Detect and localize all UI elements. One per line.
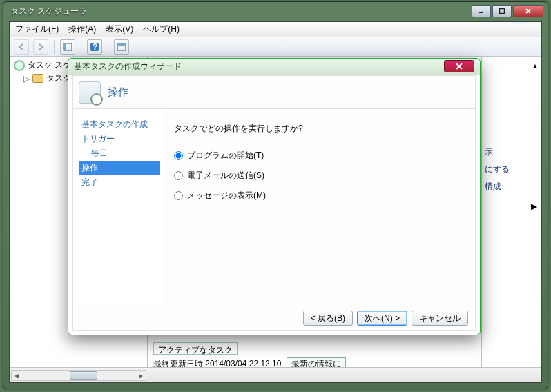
cancel-button[interactable]: キャンセル (412, 311, 468, 326)
action-link-enable[interactable]: にする (483, 161, 540, 178)
collapse-icon[interactable]: ▴ (533, 61, 537, 70)
step-basic[interactable]: 基本タスクの作成 (79, 117, 160, 132)
menu-file[interactable]: ファイル(F) (15, 23, 59, 35)
scroll-thumb[interactable] (70, 371, 97, 380)
maximize-button[interactable] (492, 5, 512, 17)
actions-pane: ▴ 示 にする 構成 ▶ (482, 57, 541, 367)
dialog-heading: 操作 (108, 86, 128, 99)
wizard-icon (79, 81, 101, 104)
window-buttons (472, 5, 548, 17)
wizard-question: タスクでどの操作を実行しますか? (174, 123, 464, 135)
folder-icon (32, 74, 44, 83)
action-link-show[interactable]: 示 (483, 144, 540, 161)
center-footer: アクティブなタスク 最終更新日時 2014/03/04 22:12:10 最新の… (153, 342, 476, 363)
dialog-header: 操作 (73, 76, 475, 109)
scroll-left-icon[interactable]: ◂ (12, 371, 21, 380)
step-finish[interactable]: 完了 (79, 175, 160, 190)
svg-rect-9 (117, 43, 126, 46)
radio-show-message[interactable]: メッセージの表示(M) (174, 190, 464, 202)
step-action[interactable]: 操作 (79, 161, 160, 175)
dialog-close-button[interactable] (444, 60, 474, 72)
menu-view[interactable]: 表示(V) (106, 23, 133, 35)
back-button[interactable] (14, 39, 29, 55)
step-trigger-daily[interactable]: 毎日 (79, 146, 160, 161)
wizard-main: タスクでどの操作を実行しますか? プログラムの開始(T) 電子メールの送信(S)… (163, 109, 475, 305)
close-button[interactable] (513, 5, 543, 17)
back-button[interactable]: < 戻る(B) (303, 311, 353, 326)
chevron-right-icon[interactable]: ▶ (531, 202, 537, 211)
forward-button[interactable] (33, 39, 48, 55)
wizard-steps: 基本タスクの作成 トリガー 毎日 操作 完了 (73, 109, 163, 305)
dialog-client: 操作 基本タスクの作成 トリガー 毎日 操作 完了 タスクでどの操作を実行します… (72, 75, 476, 331)
next-button[interactable]: 次へ(N) > (357, 311, 407, 326)
radio-start-program[interactable]: プログラムの開始(T) (174, 150, 464, 161)
svg-text:?: ? (93, 42, 97, 52)
clock-icon (14, 60, 25, 71)
radio-show-message-input[interactable] (174, 191, 183, 200)
titlebar[interactable]: タスク スケジューラ (3, 2, 548, 20)
menubar: ファイル(F) 操作(A) 表示(V) ヘルプ(H) (10, 22, 541, 37)
action-link-config[interactable]: 構成 (483, 178, 540, 195)
radio-start-program-input[interactable] (174, 151, 183, 160)
tree-root-label: タスク スケ (28, 59, 71, 71)
scroll-right-icon[interactable]: ▸ (136, 371, 146, 380)
svg-rect-5 (64, 43, 66, 50)
svg-rect-1 (500, 9, 505, 14)
horizontal-scrollbar[interactable]: ◂ ▸ (11, 370, 146, 381)
dialog-titlebar[interactable]: 基本タスクの作成ウィザード (68, 59, 480, 75)
dialog-buttons: < 戻る(B) 次へ(N) > キャンセル (303, 311, 468, 326)
active-tasks-box: アクティブなタスク (153, 342, 238, 355)
menu-help[interactable]: ヘルプ(H) (143, 23, 180, 35)
toolbar-pane2-button[interactable] (114, 39, 129, 55)
toolbar: ? (10, 37, 541, 57)
dialog-body: 基本タスクの作成 トリガー 毎日 操作 完了 タスクでどの操作を実行しますか? … (73, 109, 475, 305)
toolbar-pane1-button[interactable] (60, 39, 75, 55)
help-button[interactable]: ? (87, 39, 102, 55)
dialog-title: 基本タスクの作成ウィザード (74, 61, 182, 72)
statusbar: ◂ ▸ (10, 367, 541, 382)
wizard-dialog: 基本タスクの作成ウィザード 操作 基本タスクの作成 トリガー 毎日 操作 完了 … (68, 58, 481, 335)
radio-send-email[interactable]: 電子メールの送信(S) (174, 170, 464, 182)
step-trigger[interactable]: トリガー (79, 132, 160, 146)
titlebar-text: タスク スケジューラ (10, 6, 87, 17)
minimize-button[interactable] (472, 5, 491, 17)
radio-send-email-input[interactable] (174, 171, 183, 180)
menu-action[interactable]: 操作(A) (68, 23, 96, 35)
